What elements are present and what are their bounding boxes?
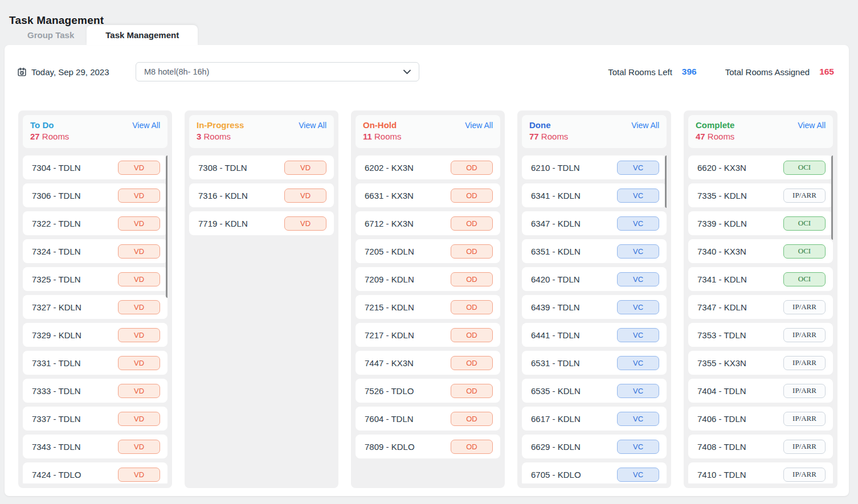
status-badge[interactable]: IP/ARR bbox=[783, 468, 826, 482]
status-badge[interactable]: VD bbox=[284, 189, 326, 203]
status-badge[interactable]: VD bbox=[118, 189, 160, 203]
status-badge[interactable]: VC bbox=[617, 356, 659, 370]
room-card[interactable]: 7408 - TDLNIP/ARR bbox=[688, 435, 833, 458]
room-card[interactable]: 6210 - TDLNVC bbox=[522, 155, 667, 179]
status-badge[interactable]: IP/ARR bbox=[783, 356, 826, 370]
status-badge[interactable]: VD bbox=[118, 384, 160, 398]
room-card[interactable]: 7719 - KDLNVD bbox=[189, 211, 334, 235]
status-badge[interactable]: OCI bbox=[783, 161, 826, 175]
status-badge[interactable]: VD bbox=[118, 328, 160, 342]
status-badge[interactable]: OD bbox=[451, 189, 493, 203]
status-badge[interactable]: VC bbox=[617, 468, 659, 482]
status-badge[interactable]: VD bbox=[118, 356, 160, 370]
status-badge[interactable]: OCI bbox=[783, 216, 826, 231]
room-card[interactable]: 6620 - KX3NOCI bbox=[688, 155, 833, 179]
room-card[interactable]: 6441 - TDLNVC bbox=[522, 323, 667, 347]
room-card[interactable]: 7343 - TDLNVD bbox=[23, 435, 167, 458]
status-badge[interactable]: OD bbox=[451, 384, 493, 398]
status-badge[interactable]: VC bbox=[617, 161, 659, 175]
status-badge[interactable]: VD bbox=[118, 272, 160, 286]
tab-group-task[interactable]: Group Task bbox=[15, 25, 87, 45]
status-badge[interactable]: VD bbox=[118, 216, 160, 231]
room-card[interactable]: 6712 - KX3NOD bbox=[356, 211, 500, 235]
room-card[interactable]: 7447 - KX3NOD bbox=[356, 351, 500, 375]
status-badge[interactable]: OD bbox=[451, 300, 493, 314]
status-badge[interactable]: VD bbox=[118, 412, 160, 426]
status-badge[interactable]: OCI bbox=[783, 244, 826, 259]
status-badge[interactable]: OD bbox=[451, 216, 493, 231]
room-card[interactable]: 7205 - KDLNOD bbox=[356, 239, 500, 263]
room-card[interactable]: 7217 - KDLNOD bbox=[356, 323, 500, 347]
status-badge[interactable]: VD bbox=[118, 300, 160, 314]
status-badge[interactable]: VC bbox=[617, 412, 659, 426]
tab-task-management[interactable]: Task Management bbox=[87, 25, 198, 45]
status-badge[interactable]: VC bbox=[617, 189, 659, 203]
room-card[interactable]: 7335 - KDLNIP/ARR bbox=[688, 183, 833, 207]
view-all-link[interactable]: View All bbox=[798, 121, 826, 130]
status-badge[interactable]: VC bbox=[617, 300, 659, 314]
status-badge[interactable]: OD bbox=[451, 412, 493, 426]
status-badge[interactable]: OD bbox=[451, 356, 493, 370]
column-scrollbar[interactable] bbox=[665, 155, 667, 208]
room-card[interactable]: 7809 - KDLOOD bbox=[356, 435, 500, 458]
status-badge[interactable]: OD bbox=[451, 244, 493, 259]
room-card[interactable]: 6629 - KDLNVC bbox=[522, 435, 667, 458]
room-card[interactable]: 6439 - TDLNVC bbox=[522, 295, 667, 319]
status-badge[interactable]: IP/ARR bbox=[783, 189, 826, 203]
column-scrollbar[interactable] bbox=[831, 155, 833, 240]
status-badge[interactable]: VC bbox=[617, 384, 659, 398]
column-scrollbar[interactable] bbox=[166, 155, 167, 298]
room-card[interactable]: 6347 - KDLNVC bbox=[522, 211, 667, 235]
status-badge[interactable]: VD bbox=[284, 216, 326, 231]
status-badge[interactable]: OD bbox=[451, 440, 493, 454]
room-card[interactable]: 7604 - TDLNOD bbox=[356, 407, 500, 431]
status-badge[interactable]: IP/ARR bbox=[783, 412, 826, 426]
date-display[interactable]: Today, Sep 29, 2023 bbox=[17, 67, 136, 77]
room-card[interactable]: 6705 - KDLOVC bbox=[522, 462, 667, 483]
status-badge[interactable]: VC bbox=[617, 440, 659, 454]
room-card[interactable]: 7424 - TDLOVD bbox=[23, 462, 167, 483]
room-card[interactable]: 6531 - TDLNVC bbox=[522, 351, 667, 375]
room-card[interactable]: 6202 - KX3NOD bbox=[356, 155, 500, 179]
view-all-link[interactable]: View All bbox=[465, 121, 493, 130]
room-card[interactable]: 7324 - TDLNVD bbox=[23, 239, 167, 263]
status-badge[interactable]: VC bbox=[617, 272, 659, 286]
status-badge[interactable]: OD bbox=[451, 161, 493, 175]
status-badge[interactable]: VD bbox=[118, 244, 160, 259]
room-card[interactable]: 7410 - TDLNIP/ARR bbox=[688, 462, 833, 483]
room-card[interactable]: 6617 - KDLNVC bbox=[522, 407, 667, 431]
status-badge[interactable]: IP/ARR bbox=[783, 384, 826, 398]
room-card[interactable]: 6631 - KX3NOD bbox=[356, 183, 500, 207]
room-card[interactable]: 6341 - KDLNVC bbox=[522, 183, 667, 207]
room-card[interactable]: 7339 - KDLNOCI bbox=[688, 211, 833, 235]
hotel-shift-select[interactable]: M8 hotel(8h- 16h) bbox=[136, 62, 419, 81]
room-card[interactable]: 7341 - KDLNOCI bbox=[688, 267, 833, 291]
room-card[interactable]: 7347 - KDLNIP/ARR bbox=[688, 295, 833, 319]
room-card[interactable]: 7304 - TDLNVD bbox=[23, 155, 167, 179]
room-card[interactable]: 7331 - TDLNVD bbox=[23, 351, 167, 375]
room-card[interactable]: 7404 - TDLNIP/ARR bbox=[688, 379, 833, 403]
status-badge[interactable]: OCI bbox=[783, 272, 826, 286]
room-card[interactable]: 7329 - KDLNVD bbox=[23, 323, 167, 347]
view-all-link[interactable]: View All bbox=[299, 121, 326, 130]
room-card[interactable]: 7325 - TDLNVD bbox=[23, 267, 167, 291]
status-badge[interactable]: VD bbox=[284, 161, 326, 175]
status-badge[interactable]: VD bbox=[118, 468, 160, 482]
status-badge[interactable]: OD bbox=[451, 272, 493, 286]
room-card[interactable]: 7337 - TDLNVD bbox=[23, 407, 167, 431]
view-all-link[interactable]: View All bbox=[631, 121, 659, 130]
status-badge[interactable]: IP/ARR bbox=[783, 440, 826, 454]
room-card[interactable]: 6351 - KDLNVC bbox=[522, 239, 667, 263]
room-card[interactable]: 7327 - KDLNVD bbox=[23, 295, 167, 319]
room-card[interactable]: 7215 - KDLNOD bbox=[356, 295, 500, 319]
room-card[interactable]: 6420 - TDLNVC bbox=[522, 267, 667, 291]
room-card[interactable]: 7406 - TDLNIP/ARR bbox=[688, 407, 833, 431]
status-badge[interactable]: IP/ARR bbox=[783, 300, 826, 314]
status-badge[interactable]: VC bbox=[617, 244, 659, 259]
room-card[interactable]: 7306 - TDLNVD bbox=[23, 183, 167, 207]
room-card[interactable]: 7355 - KX3NIP/ARR bbox=[688, 351, 833, 375]
status-badge[interactable]: OD bbox=[451, 328, 493, 342]
room-card[interactable]: 7340 - KX3NOCI bbox=[688, 239, 833, 263]
room-card[interactable]: 7322 - TDLNVD bbox=[23, 211, 167, 235]
room-card[interactable]: 7333 - TDLNVD bbox=[23, 379, 167, 403]
